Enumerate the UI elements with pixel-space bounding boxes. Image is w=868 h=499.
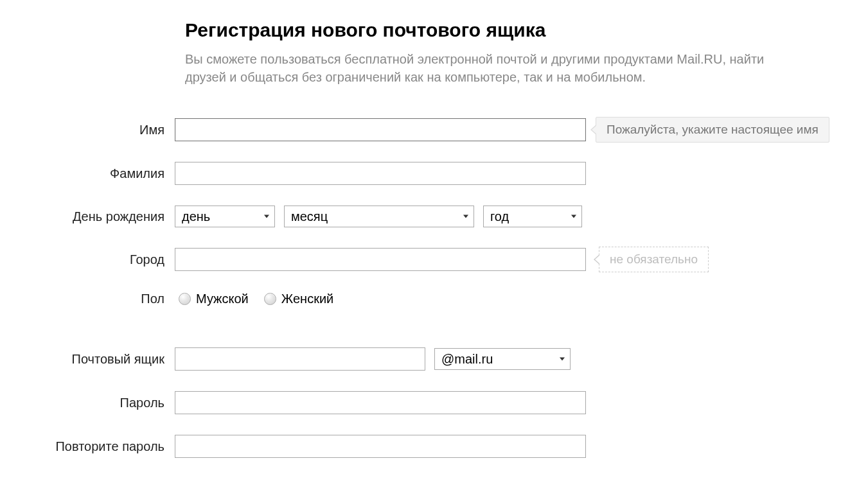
label-gender: Пол	[13, 292, 175, 306]
chevron-down-icon	[463, 215, 468, 218]
city-optional-hint: не обязательно	[599, 247, 709, 272]
birthday-day-select[interactable]: день	[175, 206, 275, 227]
chevron-down-icon	[264, 215, 269, 218]
gender-male-radio[interactable]: Мужской	[179, 292, 249, 306]
gender-male-label: Мужской	[196, 292, 249, 306]
chevron-down-icon	[560, 358, 565, 361]
first-name-tooltip: Пожалуйста, укажите настоящее имя	[596, 117, 829, 143]
password-input[interactable]	[175, 391, 586, 414]
radio-icon	[264, 293, 276, 305]
city-input[interactable]	[175, 248, 586, 271]
gender-female-label: Женский	[281, 292, 333, 306]
radio-icon	[179, 293, 191, 305]
first-name-input[interactable]	[175, 118, 586, 141]
label-city: Город	[13, 252, 175, 267]
mailbox-input[interactable]	[175, 347, 425, 371]
label-birthday: День рождения	[13, 209, 175, 224]
birthday-month-select[interactable]: месяц	[284, 206, 474, 227]
label-last-name: Фамилия	[13, 166, 175, 181]
mailbox-domain-value: @mail.ru	[441, 352, 493, 367]
chevron-down-icon	[571, 215, 576, 218]
password-repeat-input[interactable]	[175, 435, 586, 458]
page-title: Регистрация нового почтового ящика	[185, 19, 828, 41]
label-password-repeat: Повторите пароль	[13, 439, 175, 454]
last-name-input[interactable]	[175, 162, 586, 185]
birthday-year-value: год	[490, 209, 509, 224]
label-password: Пароль	[13, 396, 175, 410]
label-first-name: Имя	[13, 123, 175, 137]
birthday-year-select[interactable]: год	[483, 206, 582, 227]
mailbox-domain-select[interactable]: @mail.ru	[434, 348, 571, 370]
birthday-month-value: месяц	[291, 209, 328, 224]
page-subtitle: Вы сможете пользоваться бесплатной элект…	[185, 50, 802, 86]
birthday-day-value: день	[182, 209, 210, 224]
label-mailbox: Почтовый ящик	[13, 352, 175, 367]
gender-female-radio[interactable]: Женский	[264, 292, 333, 306]
